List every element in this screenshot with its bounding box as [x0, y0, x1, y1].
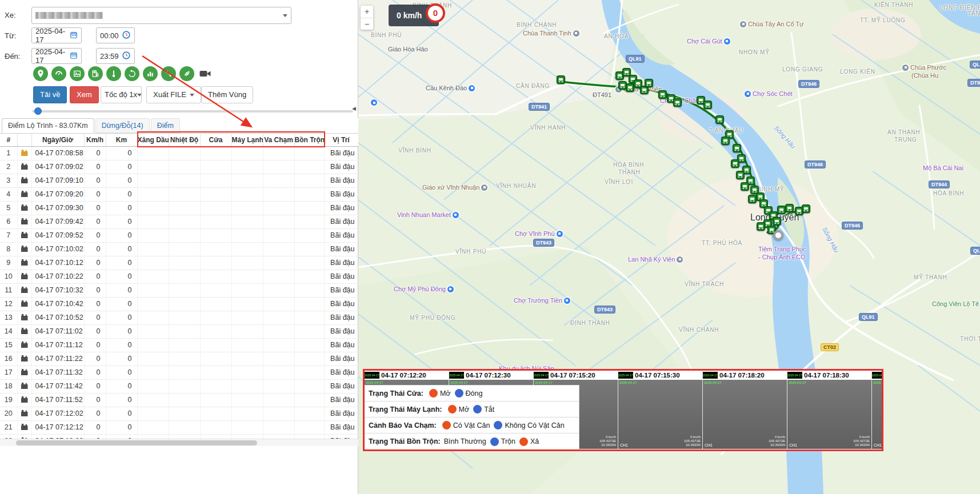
temperature-icon[interactable] [106, 66, 121, 81]
route-point-marker[interactable] [757, 222, 765, 231]
column-header[interactable]: Bồn Trộn [294, 134, 324, 146]
trip-end-marker[interactable] [773, 230, 783, 240]
column-header[interactable]: # [0, 134, 17, 146]
column-header[interactable] [17, 134, 31, 146]
image-icon[interactable] [70, 66, 85, 81]
route-point-marker[interactable] [741, 182, 749, 191]
map-canvas[interactable]: BÌNH THÀNHKIẾN THÀNHLONG ĐIỀN BTÂN ANBÌN… [358, 0, 980, 494]
table-row[interactable]: 204-17 07:09:0200Bãi đậu [0, 160, 358, 174]
table-row[interactable]: 1504-17 07:11:1200Bãi đậu [0, 338, 358, 352]
table-row[interactable]: 1004-17 07:10:2200Bãi đậu [0, 270, 358, 283]
route-point-marker[interactable] [748, 195, 757, 203]
column-header[interactable]: Máy Lạnh [231, 134, 263, 146]
eco-leaf-icon[interactable] [179, 66, 194, 81]
camera-snapshot[interactable]: 2025-04-1704-17 07:18:302025-04-17CH10 k… [787, 371, 872, 449]
replay-icon[interactable] [125, 66, 139, 81]
route-point-marker[interactable] [802, 204, 810, 213]
table-row[interactable]: 2204-17 07:12:2200Bãi đậu [0, 434, 358, 439]
route-point-marker[interactable] [733, 144, 741, 152]
table-row[interactable]: 804-17 07:10:0200Bãi đậu [0, 242, 358, 256]
status-dot-blue [494, 421, 502, 429]
table-row[interactable]: 404-17 07:09:2000Bãi đậu [0, 187, 358, 201]
clock-icon[interactable] [122, 30, 131, 41]
calendar-icon[interactable] [70, 51, 78, 61]
horizontal-scrollbar[interactable] [0, 439, 358, 446]
zoom-out-button[interactable]: − [361, 18, 373, 30]
route-point-marker[interactable] [658, 90, 667, 99]
calendar-icon[interactable] [70, 31, 78, 41]
playback-slider-track[interactable] [32, 110, 353, 113]
table-row[interactable]: 304-17 07:09:1000Bãi đậu [0, 174, 358, 187]
clock-icon[interactable] [122, 51, 131, 62]
table-row[interactable]: 904-17 07:10:1200Bãi đậu [0, 256, 358, 270]
add-zone-button[interactable]: Thêm Vùng [201, 86, 253, 103]
legend-item: Xả [530, 437, 539, 445]
table-row[interactable]: 1404-17 07:11:0200Bãi đậu [0, 324, 358, 338]
from-date-input[interactable]: 2025-04-17 [31, 27, 82, 43]
camera-snapshot[interactable]: 2025-04-1704-17 07:18:202025-04-17CH10 k… [703, 371, 787, 449]
table-row[interactable]: 604-17 07:09:4200Bãi đậu [0, 215, 358, 228]
table-row[interactable]: 1604-17 07:11:2200Bãi đậu [0, 352, 358, 366]
table-row[interactable]: 1904-17 07:11:5200Bãi đậu [0, 393, 358, 407]
export-file-button[interactable]: Xuất FILE [146, 86, 201, 103]
vehicle-status-icon [21, 244, 28, 252]
table-row[interactable]: 2104-17 07:12:1200Bãi đậu [0, 420, 358, 434]
route-point-marker[interactable] [736, 171, 745, 179]
route-point-marker[interactable] [721, 136, 730, 145]
column-header[interactable]: Xăng Dầu [137, 134, 169, 146]
route-point-marker[interactable] [557, 75, 565, 84]
table-row[interactable]: 704-17 07:09:5200Bãi đậu [0, 228, 358, 242]
zoom-control: + − [361, 6, 373, 30]
route-icon[interactable] [161, 66, 176, 81]
column-header[interactable]: Km/h [84, 134, 106, 146]
speed-gauge-icon[interactable] [51, 66, 66, 81]
table-row[interactable]: 2004-17 07:12:0200Bãi đậu [0, 407, 358, 420]
tab-1[interactable]: Dừng/Đỗ(14) [95, 118, 150, 133]
camera-snapshot[interactable]: 2025-04-1704-17 07:15:302025-04-17CH10 k… [618, 371, 703, 449]
column-header[interactable]: Vị Trí [324, 134, 358, 146]
table-row[interactable]: 1204-17 07:10:4200Bãi đậu [0, 297, 358, 311]
speed-value-badge: 0 [426, 3, 445, 23]
vehicle-status-icon [21, 190, 28, 197]
table-row[interactable]: 504-17 07:09:3000Bãi đậu [0, 201, 358, 215]
export-file-label: Xuất FILE [153, 87, 186, 103]
column-header[interactable]: Cửa [200, 134, 231, 146]
table-row[interactable]: 1804-17 07:11:4200Bãi đậu [0, 379, 358, 393]
route-point-marker[interactable] [785, 204, 794, 212]
chart-icon[interactable] [143, 66, 158, 81]
to-date-input[interactable]: 2025-04-17 [31, 48, 82, 64]
column-header[interactable]: Va Chạm [263, 134, 294, 146]
route-point-marker[interactable] [731, 159, 739, 168]
route-point-marker[interactable] [703, 101, 712, 109]
route-point-marker[interactable] [673, 98, 682, 107]
location-icon[interactable] [33, 66, 48, 81]
from-time-input[interactable]: 00:00 [96, 27, 135, 43]
route-point-marker[interactable] [773, 217, 781, 226]
table-row[interactable]: 1104-17 07:10:3200Bãi đậu [0, 283, 358, 297]
table-row[interactable]: 104-17 07:08:5800Bãi đậu [0, 146, 358, 160]
download-button[interactable]: Tải về [33, 86, 67, 103]
table-row[interactable]: 1304-17 07:10:5200Bãi đậu [0, 311, 358, 324]
column-header[interactable]: Km [106, 134, 137, 146]
route-point-marker[interactable] [777, 206, 786, 214]
route-point-marker[interactable] [715, 115, 724, 124]
route-point-marker[interactable] [645, 79, 653, 87]
table-row[interactable]: 1704-17 07:11:3200Bãi đậu [0, 366, 358, 379]
playback-slider-handle[interactable] [34, 107, 42, 115]
horizontal-scrollbar-thumb[interactable] [16, 440, 257, 445]
route-point-marker[interactable] [626, 83, 634, 92]
fuel-icon[interactable] [88, 66, 103, 81]
column-header[interactable]: Nhiệt Độ [169, 134, 200, 146]
tab-0[interactable]: Điểm Lộ Trình - 83.07Km [2, 118, 94, 133]
vehicle-status-icon [21, 423, 28, 430]
to-time-input[interactable]: 23:59 [96, 48, 135, 64]
camera-snapshot[interactable]: 2025-04-1704-17 07:21:202025-04-17CH10 k… [872, 371, 883, 449]
camera-icon[interactable] [198, 66, 213, 81]
playback-speed-select[interactable]: Tốc độ 1x [101, 86, 142, 103]
column-header[interactable]: Ngày/Giờ [31, 134, 84, 146]
vehicle-select[interactable] [31, 7, 291, 24]
view-button[interactable]: Xem [70, 86, 99, 103]
panel-collapse-handle[interactable]: ◀ [352, 106, 356, 111]
tab-2[interactable]: Điểm [151, 118, 180, 133]
zoom-in-button[interactable]: + [361, 6, 373, 18]
